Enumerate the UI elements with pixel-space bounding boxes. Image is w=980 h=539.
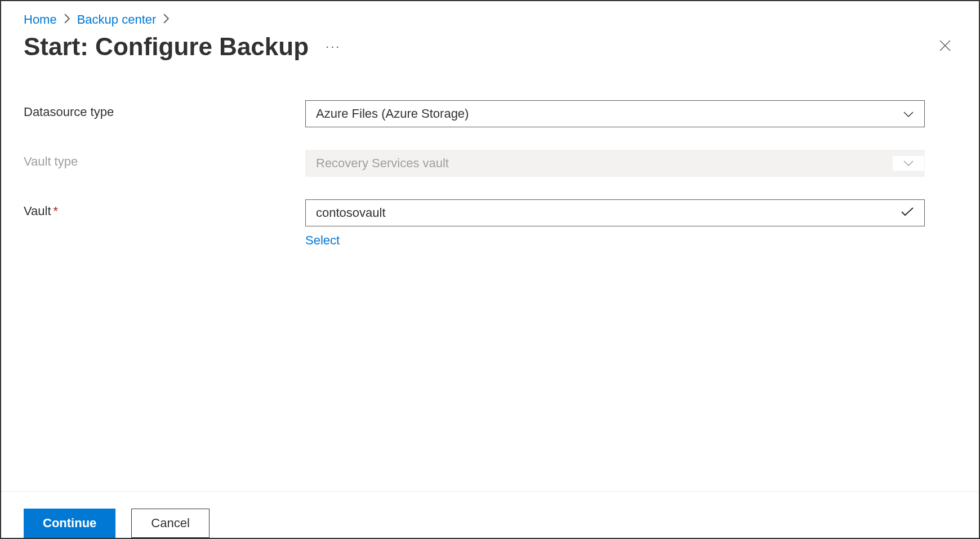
page-header: Start: Configure Backup ··· bbox=[1, 27, 979, 61]
page-title: Start: Configure Backup bbox=[24, 33, 309, 61]
field-vault: Vault* contosovault Select bbox=[24, 199, 956, 248]
breadcrumb-link-backup-center[interactable]: Backup center bbox=[77, 12, 157, 27]
field-vault-type: Vault type Recovery Services vault bbox=[24, 150, 956, 177]
footer-actions: Continue Cancel bbox=[1, 491, 979, 538]
breadcrumb: Home Backup center bbox=[1, 1, 979, 27]
chevron-right-icon bbox=[163, 14, 170, 26]
chevron-right-icon bbox=[64, 14, 70, 26]
datasource-type-value: Azure Files (Azure Storage) bbox=[316, 106, 469, 121]
datasource-type-select[interactable]: Azure Files (Azure Storage) bbox=[305, 100, 925, 127]
close-icon bbox=[938, 39, 952, 52]
vault-type-label: Vault type bbox=[24, 150, 305, 169]
checkmark-icon bbox=[901, 206, 914, 220]
vault-select[interactable]: contosovault bbox=[305, 199, 925, 226]
more-options-icon[interactable]: ··· bbox=[326, 39, 341, 54]
cancel-button[interactable]: Cancel bbox=[131, 509, 209, 538]
required-indicator: * bbox=[54, 204, 59, 218]
vault-label-text: Vault bbox=[24, 204, 51, 218]
chevron-down-icon bbox=[903, 106, 914, 121]
vault-type-value: Recovery Services vault bbox=[316, 156, 449, 171]
vault-select-link[interactable]: Select bbox=[305, 233, 340, 248]
chevron-down-icon bbox=[893, 156, 924, 171]
field-datasource-type: Datasource type Azure Files (Azure Stora… bbox=[24, 100, 956, 127]
vault-value: contosovault bbox=[316, 206, 386, 220]
continue-button[interactable]: Continue bbox=[24, 509, 115, 538]
vault-label: Vault* bbox=[24, 199, 305, 219]
vault-type-select: Recovery Services vault bbox=[305, 150, 925, 177]
breadcrumb-link-home[interactable]: Home bbox=[24, 12, 57, 27]
close-button[interactable] bbox=[934, 34, 956, 60]
form-body: Datasource type Azure Files (Azure Stora… bbox=[1, 61, 979, 248]
datasource-type-label: Datasource type bbox=[24, 100, 305, 119]
